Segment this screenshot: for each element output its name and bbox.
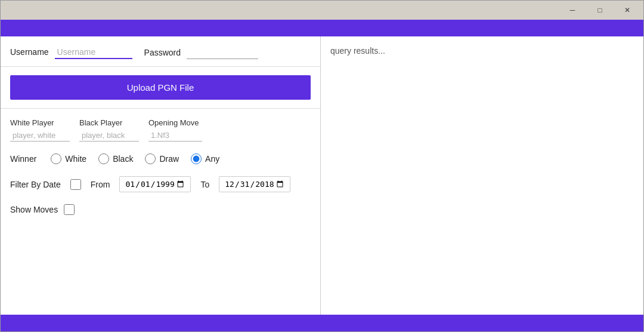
filter-date-checkbox[interactable] [70, 179, 81, 190]
close-button[interactable]: ✕ [614, 1, 641, 20]
filter-section: White Player Black Player Opening Move W… [1, 109, 320, 225]
player-row: White Player Black Player Opening Move [10, 118, 311, 142]
show-moves-row: Show Moves [10, 204, 311, 215]
winner-label: Winner [10, 154, 36, 164]
upload-pgn-button[interactable]: Upload PGN File [10, 75, 311, 100]
black-player-input[interactable] [79, 130, 139, 142]
from-date-input[interactable] [119, 176, 191, 192]
minimize-button[interactable]: ─ [559, 1, 586, 20]
right-panel: query results... [321, 36, 643, 315]
show-moves-checkbox[interactable] [64, 204, 75, 215]
left-panel: Username Password Upload PGN File White … [1, 36, 321, 315]
winner-black-option[interactable]: Black [98, 153, 133, 164]
password-label: Password [144, 48, 181, 57]
username-input[interactable] [55, 46, 132, 59]
winner-draw-radio[interactable] [145, 153, 156, 164]
radio-group: White Black Draw Any [51, 153, 219, 164]
main-content: Username Password Upload PGN File White … [1, 36, 643, 315]
winner-row: Winner White Black Draw [10, 153, 311, 164]
query-results-text: query results... [330, 46, 385, 56]
opening-move-label: Opening Move [148, 118, 202, 127]
username-group: Username [10, 46, 132, 59]
from-label: From [91, 180, 110, 189]
to-date-input[interactable] [219, 176, 290, 192]
password-group: Password [144, 47, 258, 59]
white-player-label: White Player [10, 118, 70, 127]
winner-white-label: White [65, 154, 86, 164]
winner-white-radio[interactable] [51, 153, 61, 164]
show-moves-label: Show Moves [10, 205, 58, 214]
credentials-row: Username Password [1, 36, 320, 67]
winner-draw-label: Draw [159, 154, 179, 164]
white-player-group: White Player [10, 118, 70, 142]
date-row: Filter By Date From To [10, 176, 311, 192]
password-input[interactable] [187, 47, 258, 59]
maximize-button[interactable]: □ [586, 1, 614, 20]
to-label: To [200, 180, 209, 189]
white-player-input[interactable] [10, 130, 70, 142]
upload-section: Upload PGN File [1, 67, 320, 109]
winner-draw-option[interactable]: Draw [145, 153, 179, 164]
black-player-group: Black Player [79, 118, 139, 142]
title-bar: ─ □ ✕ [1, 1, 643, 20]
winner-white-option[interactable]: White [51, 153, 86, 164]
winner-black-radio[interactable] [98, 153, 109, 164]
winner-black-label: Black [113, 154, 133, 164]
winner-any-radio[interactable] [191, 153, 202, 164]
winner-any-option[interactable]: Any [191, 153, 219, 164]
username-label: Username [10, 47, 49, 57]
winner-any-label: Any [205, 154, 219, 164]
app-window: ─ □ ✕ Username Password Upload PGN File [0, 0, 644, 332]
black-player-label: Black Player [79, 118, 139, 127]
opening-move-input[interactable] [148, 130, 202, 142]
filter-by-date-label: Filter By Date [10, 180, 61, 189]
opening-move-group: Opening Move [148, 118, 202, 142]
bottom-bar [1, 315, 643, 331]
